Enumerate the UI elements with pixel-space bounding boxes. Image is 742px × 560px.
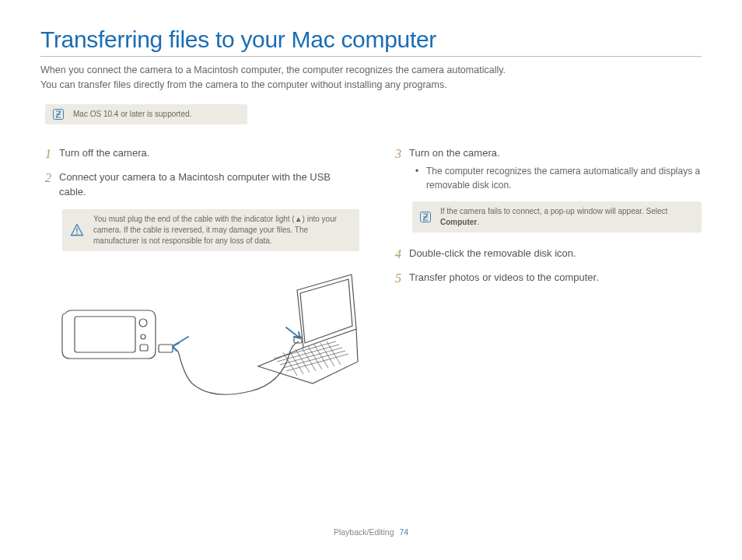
connect-fail-note: If the camera fails to connect, a pop-up…	[412, 201, 702, 233]
bullet-item: The computer recognizes the camera autom…	[418, 164, 702, 192]
right-column: 3 Turn on the camera. The computer recog…	[390, 146, 702, 410]
svg-point-4	[139, 319, 147, 327]
step-text: Turn off the camera.	[59, 146, 149, 161]
intro-line-2: You can transfer files directly from the…	[40, 78, 702, 93]
intro-block: When you connect the camera to a Macinto…	[40, 63, 702, 93]
step-num: 4	[390, 247, 401, 261]
step-5: 5 Transfer photos or videos to the compu…	[390, 271, 702, 285]
warning-icon	[70, 223, 84, 237]
footer-section: Playback/Editing	[334, 527, 394, 537]
camera-laptop-svg	[56, 267, 359, 407]
page-footer: Playback/Editing 74	[0, 527, 742, 537]
step-num: 1	[40, 146, 51, 161]
step-text: Connect your camera to a Macintosh compu…	[59, 170, 359, 200]
step-num: 2	[40, 170, 51, 185]
note-icon	[420, 212, 431, 222]
step-num: 5	[390, 271, 401, 285]
support-note-text: Mac OS 10.4 or later is supported.	[73, 109, 191, 120]
step-2: 2 Connect your camera to a Macintosh com…	[40, 170, 359, 200]
title-rule	[40, 56, 702, 57]
step-1: 1 Turn off the camera.	[40, 146, 359, 161]
columns: 1 Turn off the camera. 2 Connect your ca…	[40, 146, 702, 410]
svg-point-5	[141, 334, 145, 339]
warning-box: You must plug the end of the cable with …	[62, 209, 359, 251]
connection-illustration	[56, 267, 359, 410]
step-text: Double-click the removable disk icon.	[409, 247, 576, 261]
connect-fail-text: If the camera fails to connect, a pop-up…	[440, 206, 692, 228]
page-title: Transferring files to your Mac computer	[40, 26, 702, 53]
footer-page: 74	[399, 527, 408, 537]
step-text: Turn on the camera.	[409, 147, 500, 159]
step-3: 3 Turn on the camera. The computer recog…	[390, 146, 702, 192]
note-suffix: .	[477, 218, 479, 226]
step-text: Transfer photos or videos to the compute…	[409, 271, 599, 285]
intro-line-1: When you connect the camera to a Macinto…	[40, 63, 702, 78]
note-prefix: If the camera fails to connect, a pop-up…	[440, 207, 667, 215]
warning-text: You must plug the end of the cable with …	[93, 214, 350, 247]
note-icon	[53, 109, 64, 120]
svg-rect-6	[140, 345, 148, 351]
step-num: 3	[390, 146, 401, 161]
svg-rect-7	[159, 345, 173, 352]
note-bold: Computer	[440, 218, 477, 226]
step-body: Turn on the camera. The computer recogni…	[409, 146, 702, 192]
step-bullets: The computer recognizes the camera autom…	[409, 164, 702, 192]
svg-rect-3	[75, 317, 135, 352]
step-4: 4 Double-click the removable disk icon.	[390, 247, 702, 261]
left-column: 1 Turn off the camera. 2 Connect your ca…	[40, 146, 359, 410]
support-note: Mac OS 10.4 or later is supported.	[45, 104, 247, 124]
svg-point-2	[76, 233, 78, 234]
